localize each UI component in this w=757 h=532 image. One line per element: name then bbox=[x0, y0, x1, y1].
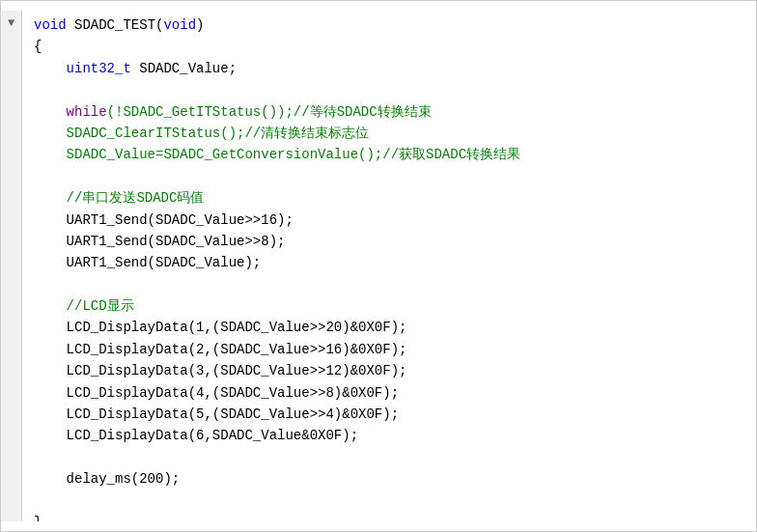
lcd-display-2: LCD_DisplayData(2,(SDADC_Value>>16)&0X0F… bbox=[34, 342, 407, 357]
lcd-display-1: LCD_DisplayData(1,(SDADC_Value>>20)&0X0F… bbox=[34, 320, 407, 335]
indent2 bbox=[34, 104, 67, 120]
keyword-void: void bbox=[34, 17, 67, 33]
code-line-20: LCD_DisplayData(6,SDADC_Value&0X0F); bbox=[34, 425, 744, 446]
code-line-14: //LCD显示 bbox=[34, 295, 744, 317]
code-line-17: LCD_DisplayData(3,(SDADC_Value>>12)&0X0F… bbox=[34, 360, 744, 381]
keyword-while: while bbox=[67, 104, 107, 120]
code-line-1: void SDADC_TEST(void) bbox=[34, 14, 744, 36]
lcd-display-4: LCD_DisplayData(4,(SDADC_Value>>8)&0X0F)… bbox=[34, 385, 399, 401]
code-line-6: SDADC_ClearITStatus();//清转换结束标志位 bbox=[34, 123, 744, 144]
code-line-12: UART1_Send(SDADC_Value); bbox=[34, 252, 744, 273]
var-decl: SDADC_Value; bbox=[131, 61, 237, 76]
code-area[interactable]: void SDADC_TEST(void) { uint32_t SDADC_V… bbox=[22, 11, 756, 521]
code-line-10: UART1_Send(SDADC_Value>>16); bbox=[34, 210, 744, 231]
comment-lcd: //LCD显示 bbox=[34, 298, 134, 314]
brace-close: } bbox=[34, 515, 42, 521]
code-line-24: } bbox=[34, 512, 744, 521]
clear-status: SDADC_ClearITStatus();//清转换结束标志位 bbox=[34, 126, 369, 141]
indent bbox=[34, 61, 67, 76]
collapse-arrow[interactable]: ▼ bbox=[8, 14, 14, 33]
code-line-8 bbox=[34, 166, 744, 187]
while-body: (!SDADC_GetITStatus());//等待SDADC转换结束 bbox=[107, 104, 432, 120]
brace-open: { bbox=[34, 39, 42, 54]
editor-gutter: ▼ bbox=[1, 11, 22, 521]
uart-send: UART1_Send(SDADC_Value); bbox=[34, 255, 261, 270]
code-line-13 bbox=[34, 274, 744, 295]
uart-send-16: UART1_Send(SDADC_Value>>16); bbox=[34, 212, 294, 228]
code-line-18: LCD_DisplayData(4,(SDADC_Value>>8)&0X0F)… bbox=[34, 382, 744, 404]
code-line-19: LCD_DisplayData(5,(SDADC_Value>>4)&0X0F)… bbox=[34, 404, 744, 425]
lcd-display-3: LCD_DisplayData(3,(SDADC_Value>>12)&0X0F… bbox=[34, 363, 407, 378]
code-line-23 bbox=[34, 490, 744, 512]
code-line-11: UART1_Send(SDADC_Value>>8); bbox=[34, 231, 744, 252]
type-uint32: uint32_t bbox=[67, 61, 131, 76]
code-line-16: LCD_DisplayData(2,(SDADC_Value>>16)&0X0F… bbox=[34, 339, 744, 360]
keyword-void2: void bbox=[163, 17, 196, 33]
delay-ms: delay_ms(200); bbox=[34, 471, 180, 487]
code-line-7: SDADC_Value=SDADC_GetConversionValue();/… bbox=[34, 144, 744, 165]
code-line-4 bbox=[34, 79, 744, 100]
code-line-15: LCD_DisplayData(1,(SDADC_Value>>20)&0X0F… bbox=[34, 317, 744, 338]
code-line-2: { bbox=[34, 36, 744, 57]
comment-uart: //串口发送SDADC码值 bbox=[34, 190, 204, 206]
code-line-21 bbox=[34, 447, 744, 468]
code-editor: ▼ void SDADC_TEST(void) { uint32_t SDADC… bbox=[0, 0, 757, 532]
uart-send-8: UART1_Send(SDADC_Value>>8); bbox=[34, 234, 285, 249]
get-conversion: SDADC_Value=SDADC_GetConversionValue();/… bbox=[34, 147, 520, 162]
code-line-3: uint32_t SDADC_Value; bbox=[34, 58, 744, 79]
code-line-9: //串口发送SDADC码值 bbox=[34, 187, 744, 209]
lcd-display-6: LCD_DisplayData(6,SDADC_Value&0X0F); bbox=[34, 428, 358, 443]
code-line-22: delay_ms(200); bbox=[34, 468, 744, 490]
func-name: SDADC_TEST( bbox=[74, 17, 163, 33]
code-line-5: while(!SDADC_GetITStatus());//等待SDADC转换结… bbox=[34, 101, 744, 123]
paren-close: ) bbox=[196, 17, 204, 33]
lcd-display-5: LCD_DisplayData(5,(SDADC_Value>>4)&0X0F)… bbox=[34, 406, 399, 422]
